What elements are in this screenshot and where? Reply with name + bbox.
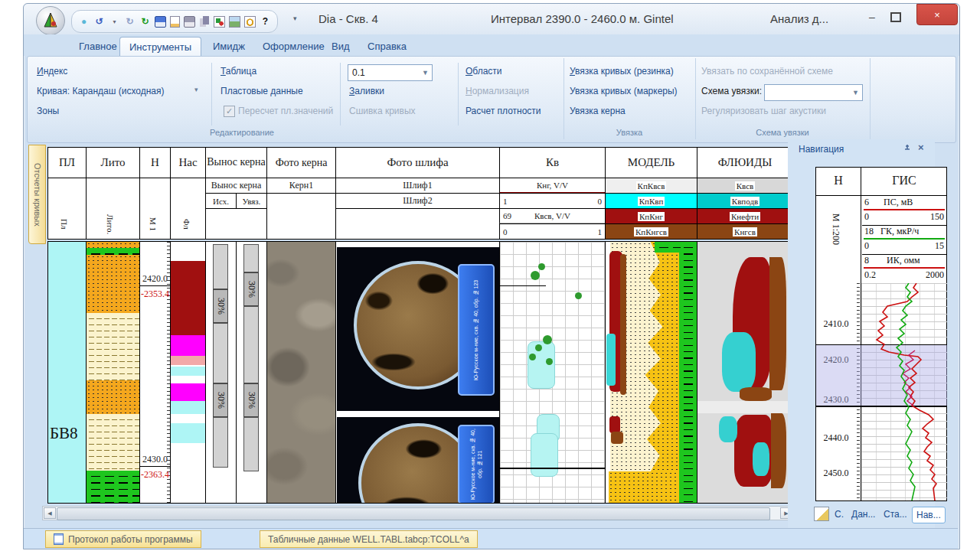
track-icon[interactable]: ● [78, 16, 90, 28]
tie-rubber-button[interactable]: Увязка кривых (резинка) [570, 66, 674, 77]
vert-label-fl: Фл [182, 219, 191, 230]
curve-readings-tab[interactable]: Отсчеты кривых [28, 145, 46, 244]
col-header-foto-kerna[interactable]: Фото керна [266, 147, 336, 178]
minimize-button[interactable]: – [862, 8, 882, 25]
track-pl[interactable]: БВ8 [47, 241, 87, 504]
scheme-caret-icon[interactable]: ▼ [849, 89, 862, 96]
fills-button[interactable]: Заливки [349, 86, 384, 96]
sample-label-text: Ю-Русское м-ние, скв. № 40, обр. № 123 [459, 266, 493, 394]
tab-oformlenie[interactable]: Оформление [253, 37, 334, 56]
image-objects-icon[interactable] [214, 16, 225, 28]
col-header-nas[interactable]: Нас [170, 147, 206, 178]
tab-vid[interactable]: Вид [322, 37, 359, 56]
fluid-row-kvsv[interactable]: Квсв [697, 178, 793, 194]
status-tab-protocol[interactable]: Протокол работы программы [45, 530, 201, 548]
panel-selector-icon[interactable] [814, 507, 829, 521]
pin-icon[interactable] [903, 144, 912, 155]
track-core-recovery[interactable]: 30% 30% 30% 30% [205, 241, 267, 504]
index-button[interactable]: Индекс [37, 66, 67, 77]
areas-button[interactable]: Области [466, 66, 502, 77]
fluid-row-kvpodv[interactable]: Квподв [697, 193, 793, 209]
print-preview-icon[interactable] [244, 16, 256, 28]
curve-dropdown-icon[interactable]: ▾ [194, 86, 198, 93]
status-tab-table-data[interactable]: Табличные данные WELL.TABL.tabcp:TCOLL^a [260, 530, 478, 548]
help-cursor-icon[interactable]: ? [260, 16, 271, 28]
app-menu-button[interactable] [36, 6, 65, 35]
tab-imidzh[interactable]: Имидж [204, 37, 254, 56]
subheader-isx[interactable]: Исх. [205, 193, 237, 209]
track-core-photo[interactable] [266, 241, 336, 504]
subheader-core1[interactable]: Керн1 [266, 178, 336, 194]
recalc-checkbox[interactable]: ✓ [224, 106, 235, 117]
qat-overflow-icon[interactable]: ▾ [293, 15, 297, 22]
tab-spravka[interactable]: Справка [358, 37, 416, 56]
track-thin-section[interactable]: Ю-Русское м-ние, скв. № 40, обр. № 123 Ю… [335, 241, 500, 504]
zones-button[interactable]: Зоны [37, 106, 59, 116]
scroll-thumb[interactable] [57, 507, 770, 520]
legend-ik[interactable]: 8 ИК, омм 0.2 2000 [862, 254, 947, 284]
tie-core-button[interactable]: Увязка керна [570, 106, 626, 116]
col-header-fluidy[interactable]: ФЛЮИДЫ [697, 147, 793, 178]
track-saturation[interactable] [170, 241, 206, 504]
col-header-lito[interactable]: Лито [86, 147, 140, 178]
redo-icon[interactable]: ↻ [124, 16, 136, 28]
track-kv[interactable]: 0.51 0.59 0.53 0.51 0.46 0.39 0.40 0.38 … [499, 241, 606, 504]
save-icon[interactable] [155, 16, 166, 28]
subheader-core-out[interactable]: Вынос керна [205, 178, 267, 194]
fluid-row-knefti[interactable]: Кнефти [697, 208, 793, 224]
model-row-kpkvp[interactable]: КпКвп [605, 193, 697, 209]
col-header-vynos[interactable]: Вынос керна [205, 147, 267, 178]
subheader-uvyaz[interactable]: Увяз. [236, 193, 267, 209]
litho-clay [87, 248, 139, 255]
step-combobox[interactable]: 0.1▼ [348, 64, 433, 81]
col-header-model[interactable]: МОДЕЛЬ [605, 147, 697, 178]
combo-caret-icon[interactable]: ▼ [419, 69, 432, 77]
scroll-left-icon[interactable]: ◀ [44, 507, 56, 519]
undo-icon[interactable]: ↺ [93, 16, 105, 28]
save-as-icon[interactable] [184, 16, 195, 28]
tab-instrumenty[interactable]: Инструменты [119, 37, 201, 57]
maximize-button[interactable] [886, 8, 906, 25]
legend-ps[interactable]: 6 ПС, мВ 0 150 [862, 196, 947, 226]
curve-combobox[interactable]: Кривая: Карандаш (исходная) [37, 86, 165, 96]
panel-tab-s[interactable]: С. [831, 507, 848, 522]
layer-data-button[interactable]: Пластовые данные [220, 86, 303, 96]
close-panel-icon[interactable]: × [918, 142, 924, 153]
col-header-kv[interactable]: Кв [499, 147, 606, 178]
fluid-row-kngsv[interactable]: Кнгсв [697, 223, 793, 240]
model-row-kpkngsv[interactable]: КпКнгсв [605, 223, 697, 240]
track-model[interactable] [605, 241, 697, 504]
copy-documents-icon[interactable] [199, 16, 210, 27]
edit-document-icon[interactable] [170, 16, 180, 28]
panel-tab-sta[interactable]: Ста... [880, 507, 911, 522]
table-button[interactable]: Таблица [220, 66, 256, 77]
separator [211, 63, 212, 126]
kv-legend-kng[interactable]: Кнг, V/V [499, 178, 606, 194]
model-row-kpkng[interactable]: КпКнг [605, 208, 697, 224]
picture-icon[interactable] [229, 16, 240, 28]
track-litho[interactable] [86, 241, 140, 504]
col-header-foto-shlifa[interactable]: Фото шлифа [335, 147, 500, 178]
track-fluids[interactable] [697, 241, 793, 504]
model-row-kpkvsv[interactable]: КпКвсв [605, 178, 697, 194]
tab-glavnoe[interactable]: Главное [70, 37, 126, 56]
nav-col-h: Н [816, 174, 861, 187]
scheme-combobox[interactable]: ▼ [764, 84, 863, 101]
close-button[interactable]: × [916, 4, 958, 25]
col-header-h[interactable]: Н [139, 147, 171, 178]
tie-markers-button[interactable]: Увязка кривых (маркеры) [570, 86, 678, 96]
subheader-shlif2[interactable]: Шлиф2 [335, 193, 500, 209]
subheader-shlif1[interactable]: Шлиф1 [335, 178, 500, 194]
col-header-pl[interactable]: ПЛ [47, 147, 87, 178]
legend-gk[interactable]: 18 ГК, мкР/ч 0 15 [862, 225, 947, 255]
refresh-icon[interactable]: ↻ [139, 16, 151, 28]
panel-tab-dan[interactable]: Дан... [848, 507, 879, 522]
panel-tab-nav[interactable]: Нав... [912, 507, 946, 523]
kv-kng-max: 0 [598, 197, 603, 206]
undo-dropdown-icon[interactable]: ▾ [109, 16, 120, 28]
track-depth[interactable]: 2420.0 -2353.4 2430.0 -2363.4 [139, 241, 171, 504]
fluids-gas-brown [771, 413, 786, 488]
density-button[interactable]: Расчет плотности [466, 106, 541, 116]
kv-legend-kvsv[interactable]: 69 Квсв, V/V [499, 208, 606, 224]
horizontal-scrollbar[interactable]: ◀ ▶ [42, 506, 794, 520]
